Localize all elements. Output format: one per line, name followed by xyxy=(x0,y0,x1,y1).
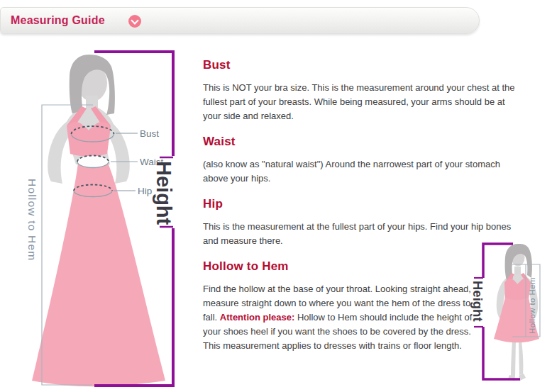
measuring-figure-small: Hollow to Hem Height xyxy=(461,234,552,392)
chevron-down-icon[interactable] xyxy=(128,15,141,28)
hollow-to-hem-label: Hollow to Hem xyxy=(26,179,38,261)
small-height-label: Height xyxy=(470,281,485,322)
section-heading-bust: Bust xyxy=(203,58,526,72)
measuring-figure-large: Bust Waist Hip Hollow to Hem Height xyxy=(13,43,190,392)
section-body-hollow-to-hem: Find the hollow at the base of your thro… xyxy=(203,282,484,353)
measuring-guide-header[interactable]: Measuring Guide xyxy=(0,7,480,34)
page-title: Measuring Guide xyxy=(11,14,105,27)
small-figure-leg-right xyxy=(519,340,523,375)
section-heading-hip: Hip xyxy=(203,197,526,211)
small-hollow-to-hem-label: Hollow to Hem xyxy=(528,277,536,334)
bust-label: Bust xyxy=(140,128,159,139)
small-figure-leg-left xyxy=(511,340,516,376)
measuring-guide-page: Measuring Guide Bust xyxy=(0,0,552,392)
measuring-diagram-small: Hollow to Hem Height xyxy=(461,234,552,392)
section-heading-waist: Waist xyxy=(203,135,526,149)
measuring-diagram-main: Bust Waist Hip Hollow to Hem Height xyxy=(13,43,190,392)
section-body-bust: This is NOT your bra size. This is the m… xyxy=(203,81,522,123)
hip-label: Hip xyxy=(138,186,152,196)
height-label: Height xyxy=(153,161,175,225)
section-body-waist: (also know as "natural waist") Around th… xyxy=(203,157,522,186)
attention-label: Attention please: xyxy=(220,312,294,323)
